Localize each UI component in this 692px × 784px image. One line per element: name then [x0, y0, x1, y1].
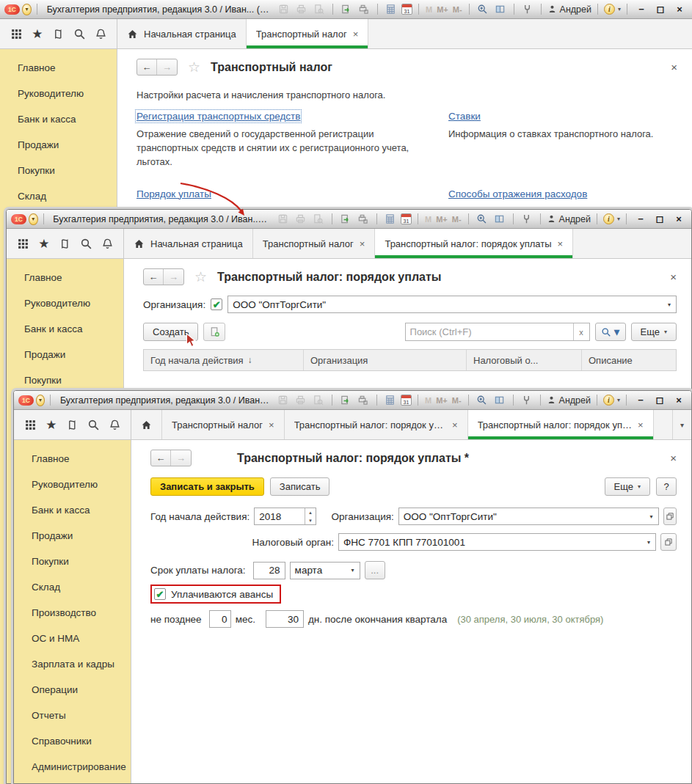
send-document-icon[interactable]: [338, 213, 353, 225]
main-menu-grid-icon[interactable]: [14, 235, 32, 252]
forward-button[interactable]: →: [157, 59, 177, 75]
split-view-icon[interactable]: [492, 213, 507, 225]
memory-m-button[interactable]: M: [425, 5, 433, 14]
sidebar-item-glavnoe[interactable]: Главное: [7, 265, 123, 290]
tab-payment-order-list[interactable]: Транспортный налог: порядок упл...×: [285, 410, 468, 439]
sidebar-item-bank[interactable]: Банк и касса: [14, 497, 131, 523]
split-view-icon[interactable]: [493, 3, 508, 15]
close-icon[interactable]: ×: [269, 420, 274, 430]
save-button[interactable]: Записать: [270, 477, 330, 496]
calendar-icon[interactable]: 31: [401, 395, 412, 406]
memory-mplus-button[interactable]: M+: [435, 396, 448, 405]
maximize-button[interactable]: ◻: [652, 4, 669, 15]
link-expense-ways[interactable]: Способы отражения расходов: [448, 188, 587, 199]
tab-transport-tax[interactable]: Транспортный налог×: [162, 410, 285, 439]
notifications-bell-icon[interactable]: [92, 25, 109, 43]
save-icon[interactable]: [276, 213, 291, 225]
current-user[interactable]: Андрей: [547, 214, 591, 224]
info-icon[interactable]: i: [604, 4, 615, 15]
system-menu-button[interactable]: ▾: [22, 4, 32, 15]
close-window-button[interactable]: ×: [671, 4, 688, 15]
split-view-icon[interactable]: [492, 394, 507, 406]
sidebar-item-rukovoditelyu[interactable]: Руководителю: [14, 472, 131, 497]
calendar-icon[interactable]: 31: [401, 213, 412, 224]
sidebar-item-glavnoe[interactable]: Главное: [0, 55, 117, 81]
send-document-icon[interactable]: [339, 3, 354, 15]
titlebar[interactable]: 1С ▾ Бухгалтерия предприятия, редакция 3…: [0, 0, 692, 19]
open-organization-icon[interactable]: [663, 508, 677, 525]
chevron-down-icon[interactable]: ▾: [663, 296, 676, 312]
sidebar-item-glavnoe[interactable]: Главное: [14, 446, 131, 472]
memory-m-button[interactable]: M: [424, 396, 432, 405]
memory-mminus-button[interactable]: M-: [451, 215, 462, 224]
info-icon[interactable]: i: [603, 213, 614, 224]
history-icon[interactable]: [64, 416, 81, 433]
link-rates[interactable]: Ставки: [448, 111, 481, 122]
search-icon[interactable]: [70, 25, 88, 43]
sidebar-item-proizvodstvo[interactable]: Производство: [14, 600, 131, 626]
close-window-button[interactable]: ×: [671, 213, 687, 224]
close-icon[interactable]: ×: [638, 420, 644, 430]
close-icon[interactable]: ×: [452, 420, 458, 430]
zoom-icon[interactable]: [476, 3, 490, 15]
calculator-icon[interactable]: [383, 213, 398, 225]
column-tax-office[interactable]: Налоговый о...: [467, 350, 582, 370]
sidebar-item-prodazhi[interactable]: Продажи: [7, 342, 123, 367]
more-button[interactable]: Еще▾: [631, 323, 677, 341]
organization-combobox[interactable]: ООО "ОптТоргСити" ▾: [227, 296, 677, 313]
sidebar-item-prodazhi[interactable]: Продажи: [0, 132, 117, 158]
due-month-combobox[interactable]: марта ▾: [290, 562, 360, 579]
info-icon[interactable]: i: [603, 395, 614, 406]
calculator-icon[interactable]: [383, 394, 398, 406]
search-icon[interactable]: [77, 235, 95, 252]
tab-payment-order[interactable]: Транспортный налог: порядок уплаты×: [375, 229, 573, 258]
sidebar-item-pokupki[interactable]: Покупки: [14, 549, 131, 574]
close-icon[interactable]: ×: [360, 239, 365, 249]
close-page-icon[interactable]: ×: [671, 61, 677, 73]
sidebar-item-otchety[interactable]: Отчеты: [14, 703, 131, 728]
organization-combobox[interactable]: ООО "ОптТоргСити" ▾: [398, 508, 659, 525]
memory-mplus-button[interactable]: M+: [435, 215, 448, 224]
tab-payment-order-form[interactable]: Транспортный налог: порядок упл...×: [468, 410, 654, 439]
tab-overflow-button[interactable]: ▾: [672, 410, 691, 439]
due-day-input[interactable]: 28: [253, 562, 285, 579]
sidebar-item-pokupki[interactable]: Покупки: [7, 367, 123, 393]
print-preview-icon[interactable]: [311, 213, 326, 225]
titlebar[interactable]: 1С ▾ Бухгалтерия предприятия, редакция 3…: [7, 210, 691, 229]
print-preview-icon[interactable]: [312, 3, 327, 15]
chevron-down-icon[interactable]: ▾: [618, 6, 621, 12]
column-description[interactable]: Описание: [582, 350, 676, 370]
column-organization[interactable]: Организация: [304, 350, 467, 370]
link-payment-order[interactable]: Порядок уплаты: [136, 188, 211, 199]
chevron-down-icon[interactable]: ▾: [617, 216, 620, 222]
main-menu-grid-icon[interactable]: [21, 416, 39, 433]
open-tax-office-icon[interactable]: [660, 533, 677, 551]
main-menu-grid-icon[interactable]: [7, 25, 25, 43]
tab-transport-tax[interactable]: Транспортный налог×: [253, 229, 376, 258]
memory-mplus-button[interactable]: M+: [436, 5, 449, 14]
print-preview-icon[interactable]: [311, 394, 326, 406]
sidebar-item-os-nma[interactable]: ОС и НМА: [14, 626, 131, 651]
back-button[interactable]: ←: [144, 269, 164, 285]
history-icon[interactable]: [50, 25, 68, 43]
zoom-icon[interactable]: [475, 213, 489, 225]
tab-home[interactable]: [131, 410, 162, 439]
memory-mminus-button[interactable]: M-: [451, 396, 462, 405]
help-button[interactable]: ?: [656, 477, 677, 496]
sidebar-item-prodazhi[interactable]: Продажи: [14, 523, 131, 549]
copy-item-icon[interactable]: [203, 323, 225, 341]
service-settings-icon[interactable]: [520, 213, 534, 225]
history-icon[interactable]: [57, 235, 74, 252]
sidebar-item-spravochniki[interactable]: Справочники: [14, 728, 131, 754]
calendar-icon[interactable]: 31: [401, 4, 412, 15]
close-page-icon[interactable]: ×: [670, 271, 677, 283]
tab-transport-tax[interactable]: Транспортный налог×: [247, 19, 369, 48]
print-settings-icon[interactable]: [357, 3, 371, 15]
print-icon[interactable]: [294, 213, 308, 225]
close-page-icon[interactable]: ×: [670, 452, 677, 464]
close-window-button[interactable]: ×: [671, 395, 687, 406]
save-icon[interactable]: [277, 3, 291, 15]
minimize-button[interactable]: −: [633, 4, 649, 15]
tax-office-combobox[interactable]: ФНС 7701 КПП 770101001 ▾: [338, 533, 656, 551]
link-vehicle-registration[interactable]: Регистрация транспортных средств: [136, 111, 300, 122]
